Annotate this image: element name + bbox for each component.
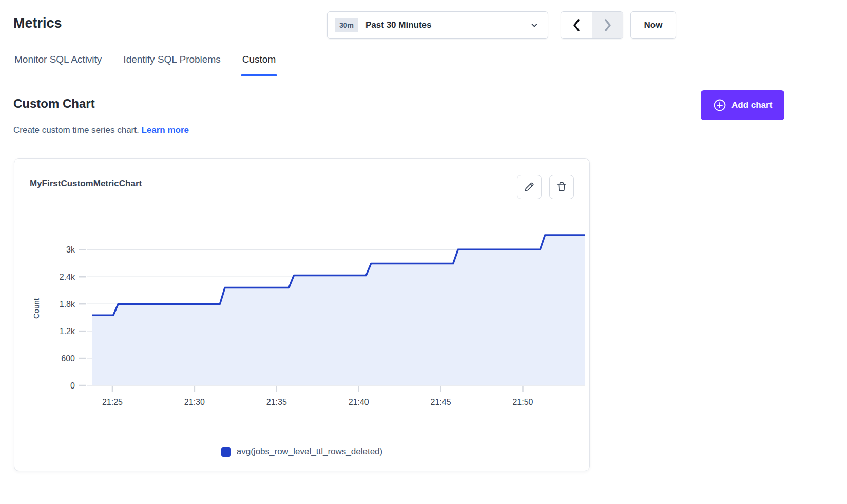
tab-identify-sql-problems[interactable]: Identify SQL Problems [122,52,221,75]
custom-chart-card: MyFirstCustomMetricChart 06001.2k1.8k2.4… [14,158,590,471]
svg-text:21:25: 21:25 [102,398,123,406]
time-range-badge: 30m [335,18,358,32]
tab-bar: Monitor SQL Activity Identify SQL Proble… [13,52,847,75]
delete-chart-button[interactable] [549,175,574,199]
page-title: Metrics [13,15,62,31]
chart-actions [517,175,574,199]
time-range-label: Past 30 Minutes [365,20,530,30]
legend-label: avg(jobs_row_level_ttl_rows_deleted) [237,447,382,457]
add-chart-button[interactable]: Add chart [701,90,784,120]
previous-time-button[interactable] [561,12,592,38]
y-axis-label: Count [32,298,41,319]
tab-monitor-sql-activity[interactable]: Monitor SQL Activity [13,52,103,75]
custom-chart-svg[interactable]: 06001.2k1.8k2.4k3k21:2521:3021:3521:4021… [32,221,589,412]
chevron-left-icon [571,18,582,32]
add-chart-label: Add chart [732,100,772,110]
svg-text:1.8k: 1.8k [60,300,75,308]
tab-custom[interactable]: Custom [241,52,277,75]
svg-text:1.2k: 1.2k [60,327,75,336]
svg-text:21:30: 21:30 [184,398,205,406]
section-subtitle: Create custom time series chart. Learn m… [13,125,189,135]
chart-title: MyFirstCustomMetricChart [30,179,142,189]
svg-text:21:35: 21:35 [266,398,287,406]
section-title: Custom Chart [13,96,95,111]
svg-text:3k: 3k [66,245,75,254]
svg-text:21:45: 21:45 [431,398,451,406]
section-subtitle-text: Create custom time series chart. [13,125,139,135]
edit-chart-button[interactable] [517,175,542,199]
legend-swatch [221,447,231,457]
next-time-button [592,12,623,38]
trash-icon [556,181,567,192]
learn-more-link[interactable]: Learn more [141,125,189,135]
svg-text:600: 600 [61,354,75,363]
chart-legend: avg(jobs_row_level_ttl_rows_deleted) [14,447,589,457]
chevron-right-icon [603,18,613,32]
chevron-down-icon [530,21,538,29]
time-nav-group [561,11,623,39]
metrics-page: Metrics 30m Past 30 Minutes Now Monit [0,0,847,504]
legend-divider [30,436,574,436]
plus-circle-icon [713,99,726,112]
svg-text:0: 0 [70,381,75,390]
now-button[interactable]: Now [630,11,676,39]
svg-text:21:40: 21:40 [349,398,369,406]
time-range-dropdown[interactable]: 30m Past 30 Minutes [327,11,548,39]
pencil-icon [524,181,535,192]
time-range-controls: 30m Past 30 Minutes Now [327,11,676,39]
svg-text:2.4k: 2.4k [60,273,75,281]
svg-text:21:50: 21:50 [512,398,533,406]
